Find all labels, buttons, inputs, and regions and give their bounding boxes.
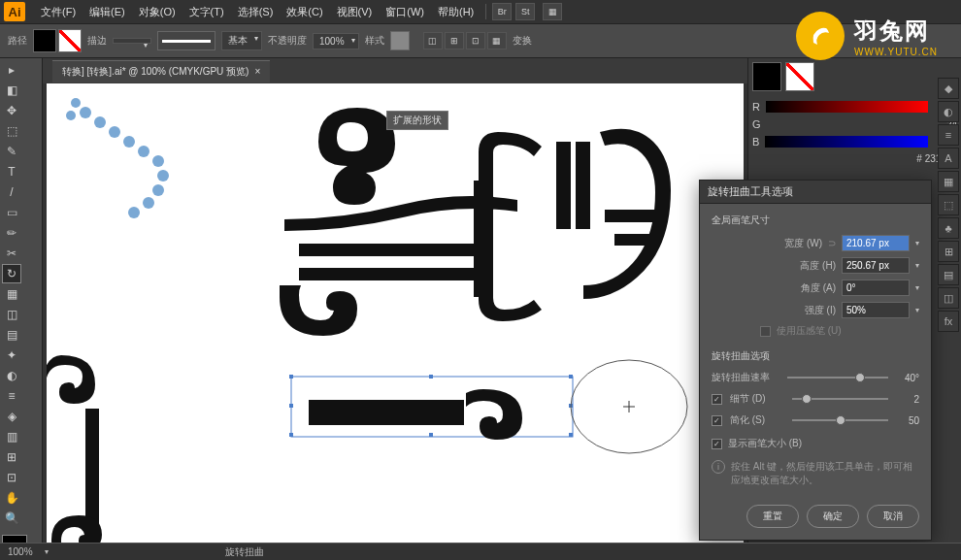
angle-input[interactable]	[842, 280, 910, 296]
b-slider[interactable]	[765, 136, 928, 148]
blend-tool[interactable]: ≡	[2, 386, 21, 406]
brand-name: 羽兔网	[854, 16, 938, 47]
selected-shape[interactable]	[289, 375, 580, 443]
type-tool[interactable]: T	[2, 162, 21, 181]
height-input[interactable]	[842, 257, 910, 274]
hint-text: 按住 Alt 键，然后使用该工具单击，即可相应地更改画笔大小。	[731, 460, 919, 487]
detail-slider[interactable]	[792, 398, 888, 400]
mesh-tool[interactable]: ▤	[2, 325, 21, 345]
panel-tab-icon[interactable]: ≡	[938, 124, 959, 146]
menu-effect[interactable]: 效果(C)	[281, 3, 328, 21]
menu-window[interactable]: 窗口(W)	[380, 3, 430, 21]
slice-tool[interactable]: ⊡	[2, 468, 21, 487]
menu-view[interactable]: 视图(V)	[331, 3, 379, 21]
perspective-tool[interactable]: ◫	[2, 305, 21, 324]
scissors-tool[interactable]: ✂	[2, 244, 21, 263]
section-twirl: 旋转扭曲选项	[712, 349, 919, 363]
svg-point-1	[94, 116, 106, 128]
artboard-tool[interactable]: ⊞	[2, 447, 21, 467]
panel-tab-icon[interactable]: ▤	[938, 264, 959, 285]
panel-tab-icon[interactable]: ⊞	[938, 241, 959, 262]
stroke-style[interactable]: 基本	[221, 31, 262, 50]
height-label: 高度 (H)	[800, 259, 836, 273]
simplify-value: 50	[896, 415, 919, 426]
brush-tool[interactable]: ✏	[2, 223, 21, 243]
opacity-value[interactable]: 100%	[313, 33, 359, 49]
arrange-docs-icon[interactable]: ▦	[543, 3, 562, 20]
menu-help[interactable]: 帮助(H)	[432, 3, 480, 21]
intensity-label: 强度 (I)	[805, 304, 836, 317]
rectangle-tool[interactable]: ▭	[2, 203, 21, 222]
tooltip: 扩展的形状	[386, 111, 448, 130]
eyedropper-tool[interactable]: ◐	[2, 366, 21, 385]
close-icon[interactable]: ×	[254, 66, 260, 77]
cancel-button[interactable]: 取消	[867, 505, 919, 528]
menu-file[interactable]: 文件(F)	[35, 3, 82, 21]
canvas[interactable]: 扩展的形状	[47, 83, 744, 543]
svg-rect-13	[309, 400, 464, 425]
align-icon[interactable]: ◫	[423, 32, 443, 49]
simplify-slider[interactable]	[792, 419, 888, 421]
menu-select[interactable]: 选择(S)	[232, 3, 280, 21]
detail-value: 2	[896, 394, 919, 405]
width-input[interactable]	[842, 235, 910, 251]
rate-slider[interactable]	[787, 377, 888, 379]
style-label: 样式	[365, 34, 384, 48]
channel-label: G	[752, 118, 761, 130]
panel-stroke-swatch[interactable]	[785, 62, 814, 91]
twirl-tool[interactable]: ↻	[2, 264, 21, 283]
menu-object[interactable]: 对象(O)	[133, 3, 182, 21]
zoom-level[interactable]: 100%	[8, 546, 33, 557]
detail-checkbox[interactable]: ✓	[712, 394, 722, 405]
pen-tool[interactable]: ✎	[2, 142, 21, 161]
zoom-tool[interactable]: 🔍	[2, 509, 21, 528]
panel-tab-icon[interactable]: ⬚	[938, 194, 959, 215]
fill-swatch[interactable]	[33, 29, 56, 52]
stock-icon[interactable]: St	[515, 3, 535, 20]
align-icon[interactable]: ▦	[487, 32, 507, 49]
stroke-weight[interactable]	[113, 38, 151, 44]
panel-fill-swatch[interactable]	[752, 62, 781, 91]
show-brush-checkbox[interactable]: ✓	[712, 439, 722, 449]
panel-tab-icon[interactable]: A	[938, 148, 959, 169]
color-row-g: G 24	[752, 118, 957, 130]
align-icon[interactable]: ⊞	[445, 32, 464, 49]
line-tool[interactable]: /	[2, 182, 21, 202]
gradient-tool[interactable]: ✦	[2, 346, 21, 365]
panel-tab-icon[interactable]: ▦	[938, 171, 959, 192]
direct-select-tool[interactable]: ◧	[2, 81, 21, 100]
symbol-tool[interactable]: ◈	[2, 407, 21, 426]
lasso-tool[interactable]: ⬚	[2, 121, 21, 141]
panel-tab-icon[interactable]: fx	[938, 311, 959, 332]
reset-button[interactable]: 重置	[746, 505, 799, 528]
shape-builder-tool[interactable]: ▦	[2, 284, 21, 304]
menu-edit[interactable]: 编辑(E)	[83, 3, 131, 21]
panel-fill-stroke[interactable]	[752, 62, 957, 91]
panel-tab-icon[interactable]: ◫	[938, 287, 959, 309]
angle-label: 角度 (A)	[801, 281, 836, 295]
active-tab[interactable]: 转换] [转换].ai* @ 100% (CMYK/GPU 预览) ×	[52, 60, 270, 82]
panel-tab-icon[interactable]: ♣	[938, 217, 959, 239]
align-icon[interactable]: ⊡	[466, 32, 485, 49]
r-slider[interactable]	[766, 101, 928, 113]
calligraphy-artwork	[207, 93, 673, 365]
dialog-title[interactable]: 旋转扭曲工具选项	[700, 181, 931, 204]
magic-wand-tool[interactable]: ✥	[2, 101, 21, 120]
selection-tool[interactable]: ▸	[2, 60, 21, 80]
hand-tool[interactable]: ✋	[2, 488, 21, 508]
bridge-icon[interactable]: Br	[492, 3, 512, 20]
ok-button[interactable]: 确定	[807, 505, 859, 528]
menu-type[interactable]: 文字(T)	[183, 3, 230, 21]
g-slider[interactable]	[767, 118, 928, 130]
panel-tab-icon[interactable]: ◆	[938, 78, 959, 99]
simplify-checkbox[interactable]: ✓	[712, 415, 722, 426]
svg-point-6	[157, 170, 169, 181]
fill-stroke-swatch[interactable]	[33, 29, 82, 52]
stroke-preview[interactable]	[157, 31, 215, 50]
stroke-swatch[interactable]	[58, 29, 82, 52]
panel-tab-icon[interactable]: ◐	[938, 101, 959, 122]
transform-label: 变换	[513, 34, 532, 48]
intensity-input[interactable]	[842, 302, 910, 318]
column-graph-tool[interactable]: ▥	[2, 427, 21, 446]
graphic-style[interactable]	[390, 31, 410, 50]
